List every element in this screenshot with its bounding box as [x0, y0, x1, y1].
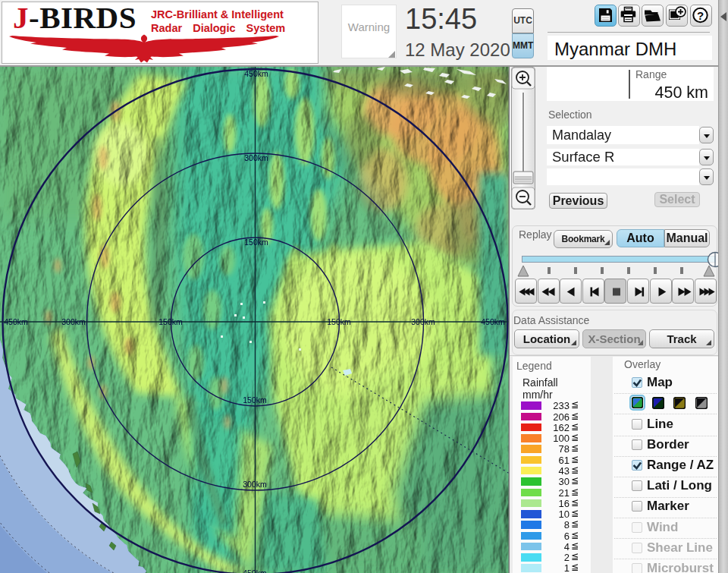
svg-text:300km: 300km [61, 317, 86, 326]
svg-text:?: ? [697, 9, 704, 22]
svg-text:300km: 300km [411, 317, 435, 326]
svg-text:150km: 150km [243, 395, 267, 405]
svg-text:450km: 450km [4, 317, 28, 326]
svg-text:150km: 150km [158, 317, 183, 326]
svg-text:450km: 450km [244, 69, 268, 78]
svg-text:300km: 300km [244, 153, 268, 162]
svg-text:450km: 450km [243, 568, 267, 573]
svg-text:150km: 150km [327, 317, 351, 326]
svg-text:150km: 150km [244, 238, 268, 247]
svg-text:300km: 300km [243, 480, 267, 489]
svg-text:450km: 450km [481, 317, 505, 326]
